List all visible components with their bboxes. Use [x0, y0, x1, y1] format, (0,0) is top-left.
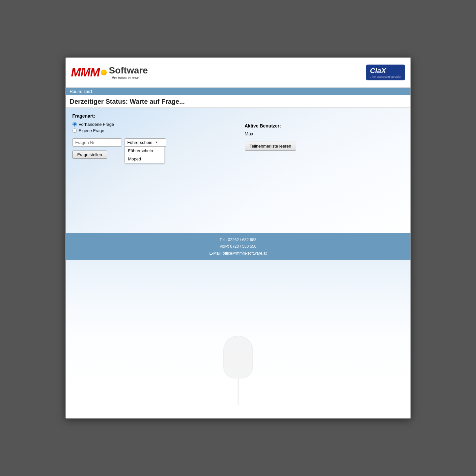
dropdown-item-führerschein[interactable]: Führerschein — [125, 147, 164, 155]
footer: Tel.: 02262 / 682 683 VoIP: 0720 / 550 5… — [66, 233, 410, 260]
room-label: Raum: sas1 — [70, 89, 93, 94]
dropdown-item-moped[interactable]: Moped — [125, 155, 164, 163]
left-column: Vorhandene Frage Eigene Frage — [72, 122, 232, 159]
mouse-body-shape — [223, 336, 253, 378]
user-name: Max — [245, 131, 404, 136]
teilnehmerliste-leeren-button[interactable]: Teilnehmerliste leeren — [245, 142, 296, 151]
radio-eigene-input[interactable] — [72, 128, 77, 133]
logo-tagline: ...the future is now! — [109, 76, 148, 80]
main-window: MMM Software ...the future is now! ClaX … — [65, 57, 411, 419]
radio-group: Vorhandene Frage Eigene Frage — [72, 122, 232, 133]
footer-voip: VoIP: 0720 / 550 550 — [69, 243, 407, 250]
mmm-logo-text: MMM — [71, 66, 100, 79]
fragenart-label: Fragenart: — [72, 113, 404, 119]
content-layer: Fragenart: Vorhandene Frage Eigene Frage — [72, 113, 404, 159]
software-text: Software — [109, 65, 148, 76]
dropdown-menu: Führerschein Moped — [125, 147, 164, 163]
chevron-down-icon: ▼ — [155, 141, 158, 144]
fragen-nr-input[interactable] — [72, 138, 122, 147]
status-title: Derzeitiger Status: Warte auf Frage... — [70, 98, 406, 105]
dropdown-selected-value: Führerschein — [127, 140, 153, 145]
radio-vorhandene-input[interactable] — [72, 122, 77, 126]
header: MMM Software ...the future is now! ClaX … — [66, 58, 410, 88]
radio-vorhandene[interactable]: Vorhandene Frage — [72, 122, 232, 127]
dropdown-trigger[interactable]: Führerschein ▼ — [125, 138, 166, 147]
footer-tel: Tel.: 02262 / 682 683 — [69, 237, 407, 243]
mouse-line-shape — [238, 378, 238, 405]
aktive-benutzer-label: Aktive Benutzer: — [245, 123, 404, 128]
logo-dot — [101, 70, 107, 75]
mouse-visual — [189, 266, 288, 405]
dropdown-container: Führerschein ▼ Führerschein Moped — [125, 138, 166, 147]
mmm-logo: MMM Software ...the future is now! — [71, 65, 148, 80]
decorative-area — [66, 260, 410, 418]
room-bar: Raum: sas1 — [66, 88, 410, 95]
two-column: Vorhandene Frage Eigene Frage — [72, 122, 404, 159]
clax-logo: ClaX ...for successful people! — [366, 65, 405, 80]
controls-row: Führerschein ▼ Führerschein Moped — [72, 138, 232, 147]
right-column: Aktive Benutzer: Max Teilnehmerliste lee… — [245, 122, 404, 159]
footer-email: E-Mail: office@mmm-software.at — [69, 250, 407, 257]
clax-sub: ...for successful people! — [370, 75, 401, 78]
frage-stellen-button[interactable]: Frage stellen — [72, 151, 107, 159]
radio-eigene-label: Eigene Frage — [79, 128, 104, 133]
clax-label: ClaX — [370, 67, 386, 75]
radio-vorhandene-label: Vorhandene Frage — [79, 122, 114, 127]
main-content: Fragenart: Vorhandene Frage Eigene Frage — [66, 108, 410, 233]
software-logo-group: Software ...the future is now! — [109, 65, 148, 80]
radio-eigene[interactable]: Eigene Frage — [72, 128, 232, 133]
status-bar: Derzeitiger Status: Warte auf Frage... — [66, 95, 410, 108]
